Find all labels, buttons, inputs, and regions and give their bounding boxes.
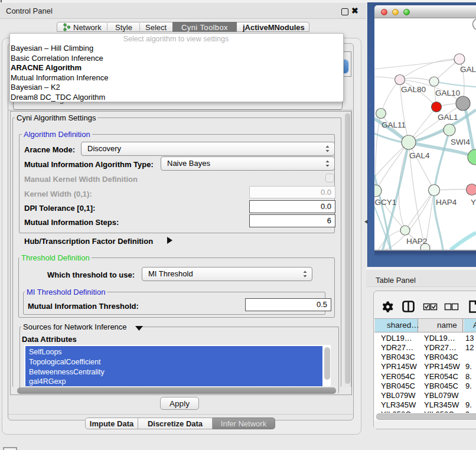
svg-text:GCY1: GCY1 — [375, 198, 397, 207]
svg-text:GAL4: GAL4 — [409, 151, 430, 160]
svg-text:GAL1: GAL1 — [438, 113, 458, 122]
svg-text:GAL80: GAL80 — [401, 85, 426, 94]
svg-text:GAL11: GAL11 — [382, 120, 406, 129]
svg-text:GAL10: GAL10 — [435, 89, 460, 97]
svg-text:YEL: YEL — [471, 198, 476, 207]
svg-text:HAP2: HAP2 — [406, 237, 427, 246]
svg-text:SWI4: SWI4 — [451, 138, 470, 146]
svg-text:GAL3: GAL3 — [460, 65, 476, 74]
svg-text:HAP4: HAP4 — [436, 198, 457, 207]
